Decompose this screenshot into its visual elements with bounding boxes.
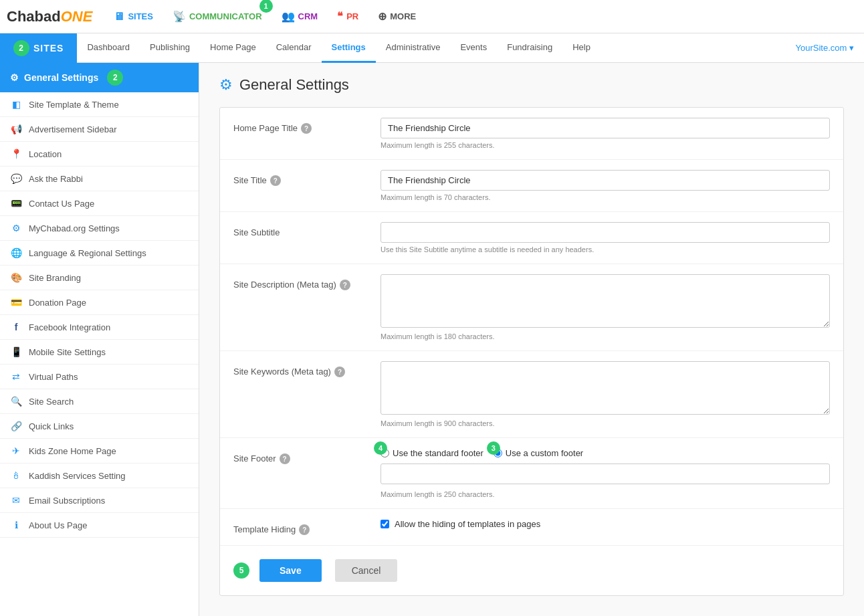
sidebar-item-facebook[interactable]: f Facebook Integration — [0, 315, 199, 340]
sidebar-item-ask-rabbi[interactable]: 💬 Ask the Rabbi — [0, 167, 199, 191]
sidebar-item-about-us[interactable]: ℹ About Us Page — [0, 513, 199, 538]
sidebar-item-label-site-template: Site Template & Theme — [29, 100, 119, 110]
footer-radio-group: 4 Use the standard footer 3 Use a custom… — [381, 448, 830, 458]
contact-icon: 📟 — [10, 198, 22, 209]
nav-communicator[interactable]: 📡 COMMUNICATOR 1 — [165, 5, 270, 28]
sites-tab[interactable]: 2 SITES — [0, 33, 77, 63]
sidebar-item-branding[interactable]: 🎨 Site Branding — [0, 266, 199, 290]
sidebar-item-label-kaddish: Kaddish Services Setting — [29, 471, 126, 481]
footer-custom-radio[interactable]: 3 Use a custom footer — [494, 448, 583, 458]
site-title-label: Site Title ? — [233, 170, 367, 186]
tab-dashboard[interactable]: Dashboard — [77, 33, 140, 63]
site-description-wrap: Maximum length is 180 characters. — [381, 274, 830, 340]
sidebar-item-general-settings[interactable]: ⚙ General Settings 2 — [0, 63, 199, 92]
nav-more-label: MORE — [390, 11, 416, 21]
home-page-title-help-icon[interactable]: ? — [301, 123, 312, 134]
logo[interactable]: Chabad ONE — [7, 8, 92, 25]
nav-sites[interactable]: 🖥 SITES — [106, 5, 161, 28]
nav-communicator-label: COMMUNICATOR — [189, 11, 262, 21]
site-keywords-textarea[interactable] — [381, 361, 830, 415]
site-description-textarea[interactable] — [381, 274, 830, 328]
site-keywords-wrap: Maximum length is 900 characters. — [381, 361, 830, 427]
page-gear-icon: ⚙ — [219, 76, 233, 94]
yoursite-label: YourSite.com ▾ — [796, 43, 854, 53]
tab-help[interactable]: Help — [562, 33, 601, 63]
home-page-title-input[interactable] — [381, 118, 830, 138]
cancel-button[interactable]: Cancel — [335, 559, 398, 582]
site-description-label: Site Description (Meta tag) ? — [233, 274, 367, 290]
template-hiding-checkbox[interactable] — [381, 520, 389, 528]
tab-fundraising[interactable]: Fundraising — [497, 33, 562, 63]
sidebar-item-mychabad[interactable]: ⚙ MyChabad.org Settings — [0, 216, 199, 241]
nav-crm[interactable]: 👥 CRM — [274, 5, 326, 28]
tab-administrative[interactable]: Administrative — [376, 33, 451, 63]
sidebar-item-label-branding: Site Branding — [29, 273, 81, 283]
template-hiding-checkbox-label[interactable]: Allow the hiding of templates in pages — [381, 519, 830, 529]
site-footer-help-icon[interactable]: ? — [280, 453, 290, 464]
form-buttons: 5 Save Cancel — [220, 546, 843, 595]
sidebar-item-language[interactable]: 🌐 Language & Regional Settings — [0, 241, 199, 266]
pr-icon: ❝ — [337, 10, 343, 23]
sidebar-item-location[interactable]: 📍 Location — [0, 142, 199, 167]
sidebar-item-kaddish[interactable]: 🕯 Kaddish Services Setting — [0, 464, 199, 488]
template-hiding-checkbox-text: Allow the hiding of templates in pages — [395, 519, 540, 529]
template-hiding-help-icon[interactable]: ? — [299, 524, 310, 535]
location-icon: 📍 — [10, 148, 22, 159]
tab-settings[interactable]: Settings — [322, 33, 376, 63]
nav-pr[interactable]: ❝ PR — [329, 5, 366, 28]
sidebar-item-quick-links[interactable]: 🔗 Quick Links — [0, 414, 199, 439]
nav-more[interactable]: ⊕ MORE — [370, 5, 424, 28]
sidebar-item-donation[interactable]: 💳 Donation Page — [0, 290, 199, 315]
plus-circle-icon: ⊕ — [378, 10, 387, 23]
site-title-help-icon[interactable]: ? — [270, 175, 281, 186]
tab-publishing[interactable]: Publishing — [140, 33, 200, 63]
sidebar-item-email[interactable]: ✉ Email Subscriptions — [0, 488, 199, 513]
home-page-title-wrap: Maximum length is 255 characters. — [381, 118, 830, 149]
site-description-row: Site Description (Meta tag) ? Maximum le… — [220, 264, 843, 351]
tab-homepage[interactable]: Home Page — [200, 33, 266, 63]
yoursite-dropdown[interactable]: YourSite.com ▾ — [786, 43, 864, 53]
sidebar-item-mobile[interactable]: 📱 Mobile Site Settings — [0, 340, 199, 365]
sidebar-item-contact-us[interactable]: 📟 Contact Us Page — [0, 191, 199, 216]
site-subtitle-row: Site Subtitle Use this Site Subtitle any… — [220, 212, 843, 264]
sidebar-active-label: General Settings — [24, 72, 98, 83]
communicator-icon: 📡 — [173, 10, 186, 23]
general-settings-form: Home Page Title ? Maximum length is 255 … — [219, 107, 844, 596]
sidebar-item-label-email: Email Subscriptions — [29, 496, 105, 506]
sub-nav-items: Dashboard Publishing Home Page Calendar … — [77, 33, 785, 63]
sub-navigation: 2 SITES Dashboard Publishing Home Page C… — [0, 33, 864, 63]
template-hiding-label: Template Hiding ? — [233, 519, 367, 535]
kaddish-icon: 🕯 — [10, 470, 22, 481]
footer-standard-radio[interactable]: 4 Use the standard footer — [381, 448, 483, 458]
sidebar-item-site-template[interactable]: ◧ Site Template & Theme — [0, 92, 199, 117]
step-badge-2b: 2 — [107, 70, 123, 86]
step-badge-4: 4 — [374, 441, 387, 455]
home-page-title-row: Home Page Title ? Maximum length is 255 … — [220, 108, 843, 160]
sidebar-item-label-contact-us: Contact Us Page — [29, 199, 94, 209]
mobile-icon: 📱 — [10, 346, 22, 357]
site-description-help-icon[interactable]: ? — [340, 280, 350, 290]
search-icon: 🔍 — [10, 396, 22, 407]
crm-icon: 👥 — [282, 10, 295, 23]
tab-calendar[interactable]: Calendar — [266, 33, 322, 63]
footer-custom-input[interactable] — [381, 464, 830, 484]
paths-icon: ⇄ — [10, 371, 22, 382]
save-button[interactable]: Save — [259, 559, 322, 582]
tab-events[interactable]: Events — [450, 33, 497, 63]
monitor-icon: 🖥 — [114, 11, 124, 23]
sidebar-item-kids-zone[interactable]: ✈ Kids Zone Home Page — [0, 439, 199, 464]
sidebar-item-advertisement[interactable]: 📢 Advertisement Sidebar — [0, 117, 199, 142]
site-keywords-hint: Maximum length is 900 characters. — [381, 419, 830, 427]
top-nav-items: 🖥 SITES 📡 COMMUNICATOR 1 👥 CRM ❝ PR ⊕ MO… — [106, 5, 424, 28]
site-keywords-row: Site Keywords (Meta tag) ? Maximum lengt… — [220, 351, 843, 438]
sidebar-item-search[interactable]: 🔍 Site Search — [0, 389, 199, 414]
step-badge-1: 1 — [259, 0, 273, 13]
sidebar-item-virtual-paths[interactable]: ⇄ Virtual Paths — [0, 365, 199, 389]
donation-icon: 💳 — [10, 297, 22, 308]
site-keywords-help-icon[interactable]: ? — [334, 367, 345, 377]
footer-hint: Maximum length is 250 characters. — [381, 490, 830, 498]
template-hiding-wrap: Allow the hiding of templates in pages — [381, 519, 830, 529]
site-title-input[interactable] — [381, 170, 830, 191]
site-subtitle-input[interactable] — [381, 222, 830, 243]
site-title-wrap: Maximum length is 70 characters. — [381, 170, 830, 201]
